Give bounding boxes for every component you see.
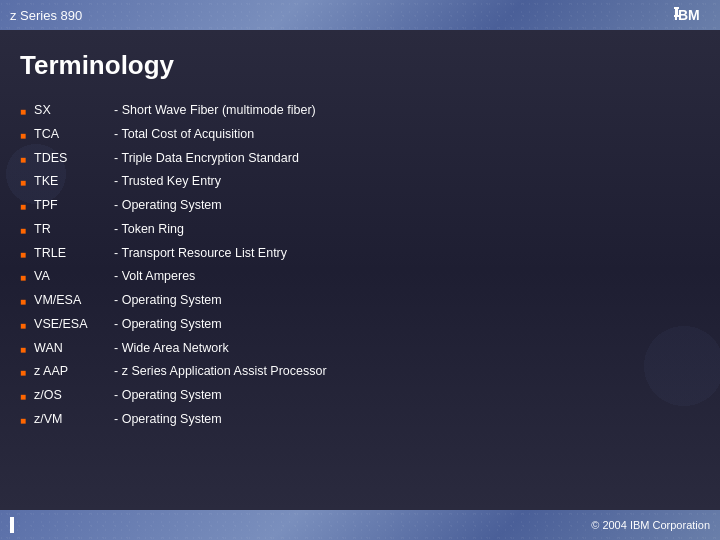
table-row: ■ WAN - Wide Area Network	[20, 339, 690, 358]
table-row: ■ TCA - Total Cost of Acquisition	[20, 125, 690, 144]
table-row: ■ TDES - Triple Data Encryption Standard	[20, 149, 690, 168]
table-row: ■ TPF - Operating System	[20, 196, 690, 215]
term-definition: - Operating System	[114, 410, 222, 429]
term-definition: - Short Wave Fiber (multimode fiber)	[114, 101, 316, 120]
page-title: Terminology	[20, 50, 690, 81]
term-definition: - Wide Area Network	[114, 339, 229, 358]
bullet-icon: ■	[20, 294, 26, 309]
term-abbreviation: VM/ESA	[34, 291, 114, 310]
term-definition: - Operating System	[114, 196, 222, 215]
bullet-icon: ■	[20, 199, 26, 214]
term-abbreviation: z AAP	[34, 362, 114, 381]
bullet-icon: ■	[20, 413, 26, 428]
table-row: ■ VSE/ESA - Operating System	[20, 315, 690, 334]
term-definition: - Operating System	[114, 386, 222, 405]
term-abbreviation: TCA	[34, 125, 114, 144]
term-abbreviation: TRLE	[34, 244, 114, 263]
bullet-icon: ■	[20, 104, 26, 119]
bullet-icon: ■	[20, 175, 26, 190]
bullet-icon: ■	[20, 128, 26, 143]
term-abbreviation: VSE/ESA	[34, 315, 114, 334]
term-abbreviation: TPF	[34, 196, 114, 215]
table-row: ■ VM/ESA - Operating System	[20, 291, 690, 310]
header-title: z Series 890	[10, 8, 82, 23]
term-abbreviation: SX	[34, 101, 114, 120]
bullet-icon: ■	[20, 152, 26, 167]
term-abbreviation: TDES	[34, 149, 114, 168]
table-row: ■ TRLE - Transport Resource List Entry	[20, 244, 690, 263]
term-definition: - Triple Data Encryption Standard	[114, 149, 299, 168]
table-row: ■ TR - Token Ring	[20, 220, 690, 239]
term-definition: - Volt Amperes	[114, 267, 195, 286]
bullet-icon: ■	[20, 223, 26, 238]
footer-line	[10, 517, 14, 533]
term-abbreviation: z/OS	[34, 386, 114, 405]
main-content: Terminology ■ SX - Short Wave Fiber (mul…	[0, 30, 720, 510]
term-definition: - z Series Application Assist Processor	[114, 362, 327, 381]
table-row: ■ z/OS - Operating System	[20, 386, 690, 405]
table-row: ■ z AAP - z Series Application Assist Pr…	[20, 362, 690, 381]
table-row: ■ SX - Short Wave Fiber (multimode fiber…	[20, 101, 690, 120]
bullet-icon: ■	[20, 270, 26, 285]
bullet-icon: ■	[20, 247, 26, 262]
term-definition: - Total Cost of Acquisition	[114, 125, 254, 144]
table-row: ■ TKE - Trusted Key Entry	[20, 172, 690, 191]
term-definition: - Operating System	[114, 291, 222, 310]
bullet-icon: ■	[20, 342, 26, 357]
footer-copyright: © 2004 IBM Corporation	[591, 519, 710, 531]
term-definition: - Transport Resource List Entry	[114, 244, 287, 263]
term-abbreviation: TKE	[34, 172, 114, 191]
term-definition: - Operating System	[114, 315, 222, 334]
term-abbreviation: VA	[34, 267, 114, 286]
term-abbreviation: TR	[34, 220, 114, 239]
terminology-table: ■ SX - Short Wave Fiber (multimode fiber…	[20, 101, 690, 429]
svg-text:IBM: IBM	[674, 7, 700, 23]
header-bar: z Series 890 IBM	[0, 0, 720, 30]
bullet-icon: ■	[20, 389, 26, 404]
table-row: ■ VA - Volt Amperes	[20, 267, 690, 286]
term-abbreviation: WAN	[34, 339, 114, 358]
term-definition: - Token Ring	[114, 220, 184, 239]
table-row: ■ z/VM - Operating System	[20, 410, 690, 429]
bullet-icon: ■	[20, 318, 26, 333]
term-abbreviation: z/VM	[34, 410, 114, 429]
footer-bar: © 2004 IBM Corporation	[0, 510, 720, 540]
ibm-logo: IBM	[674, 6, 710, 24]
bullet-icon: ■	[20, 365, 26, 380]
term-definition: - Trusted Key Entry	[114, 172, 221, 191]
